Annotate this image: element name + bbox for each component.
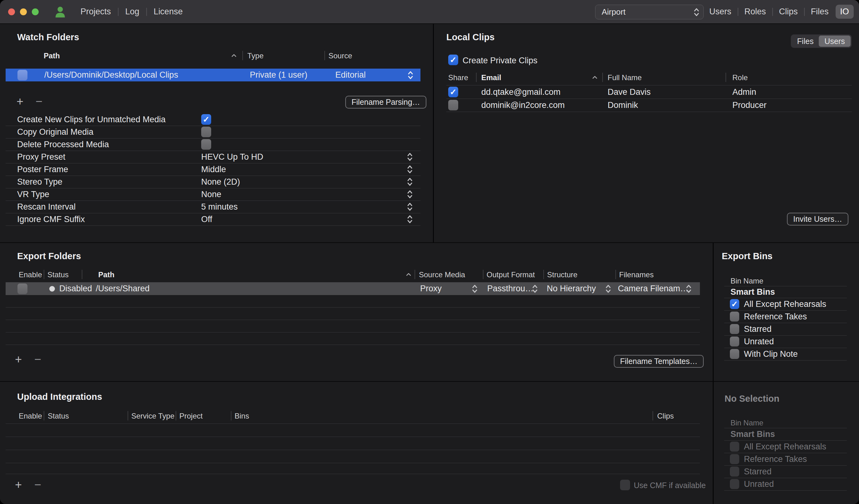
add-upload-integration-button[interactable]: + [15,480,22,489]
upload-column-project[interactable]: Project [179,412,203,421]
column-separator[interactable] [415,270,415,279]
local-column-role[interactable]: Role [732,73,748,82]
column-separator[interactable] [44,411,44,421]
tab-files[interactable]: Files [810,7,830,17]
invite-users-button[interactable]: Invite Users… [787,213,848,226]
stepper-icon[interactable] [407,214,413,224]
column-separator[interactable] [725,73,726,82]
bin-checkbox[interactable] [730,337,739,347]
column-separator[interactable] [476,73,477,82]
segment-users[interactable]: Users [819,35,850,47]
bin-checkbox[interactable] [730,349,739,359]
filename-parsing-button[interactable]: Filename Parsing… [345,96,426,108]
setting-row: VR Type None [5,188,420,201]
rescan-interval-value: 5 minutes [201,200,238,213]
column-separator[interactable] [652,411,653,421]
column-separator[interactable] [325,51,325,60]
stepper-icon[interactable] [532,284,538,294]
upload-column-enable[interactable]: Enable [19,412,42,421]
source-stepper-icon[interactable] [407,70,413,80]
stepper-icon[interactable] [407,189,413,199]
stepper-icon[interactable] [407,202,413,212]
horizontal-pane-divider[interactable] [0,242,859,243]
stepper-icon[interactable] [407,177,413,187]
fullscreen-window-button[interactable] [32,9,39,15]
stepper-icon[interactable] [605,284,611,294]
user-row[interactable]: dominik@in2core.com Dominik Producer [446,98,852,112]
tab-roles[interactable]: Roles [743,7,767,17]
user-row[interactable]: dd.qtake@gmail.com Dave Davis Admin [446,86,852,99]
tab-users[interactable]: Users [708,7,733,17]
vertical-pane-divider[interactable] [713,243,714,504]
column-separator[interactable] [231,411,231,421]
row-separator [5,463,700,463]
export-column-status[interactable]: Status [47,270,69,279]
menu-projects[interactable]: Projects [79,7,113,17]
stepper-icon[interactable] [685,284,692,294]
share-checkbox[interactable] [448,100,458,110]
export-column-structure[interactable]: Structure [547,270,577,279]
menu-license[interactable]: License [152,7,185,17]
minimize-window-button[interactable] [20,9,27,15]
export-folder-row[interactable]: Disabled /Users/Shared Proxy Passthrou… … [5,282,700,295]
remove-export-folder-button[interactable]: − [34,355,41,364]
user-icon [55,6,65,19]
close-window-button[interactable] [8,9,15,15]
export-column-enable[interactable]: Enable [19,270,42,279]
upload-column-clips[interactable]: Clips [657,412,674,421]
use-cmf-checkbox[interactable] [620,480,630,490]
share-checkbox[interactable] [448,87,458,97]
export-column-source-media[interactable]: Source Media [419,270,465,279]
segment-files[interactable]: Files [792,35,819,47]
column-separator[interactable] [615,270,616,279]
upload-column-bins[interactable]: Bins [235,412,249,421]
delete-processed-media-checkbox[interactable] [201,139,211,150]
horizontal-pane-divider[interactable] [0,381,859,382]
column-separator[interactable] [176,411,176,421]
vertical-pane-divider[interactable] [433,24,434,242]
column-separator[interactable] [127,411,128,421]
stepper-icon[interactable] [407,164,413,174]
column-separator[interactable] [543,270,544,279]
upload-integrations-pane: Upload Integrations Enable Status Servic… [0,382,713,504]
column-separator[interactable] [44,270,44,279]
bin-checkbox[interactable] [730,324,739,334]
export-enable-checkbox[interactable] [17,284,28,294]
export-column-output-format[interactable]: Output Format [486,270,535,279]
column-separator[interactable] [82,270,82,279]
row-separator [5,320,700,320]
create-new-clips-checkbox[interactable] [201,114,211,125]
watch-column-path[interactable]: Path [44,51,60,60]
local-column-fullname[interactable]: Full Name [607,73,642,82]
column-separator[interactable] [242,51,243,60]
stepper-icon[interactable] [472,284,478,294]
remove-watch-folder-button[interactable]: − [35,97,42,106]
tab-clips[interactable]: Clips [778,7,799,17]
export-column-path[interactable]: Path [98,270,115,279]
copy-original-media-checkbox[interactable] [201,127,211,137]
smart-bins-group-label: Smart Bins [730,286,775,298]
column-separator[interactable] [602,73,603,82]
bin-checkbox[interactable] [730,299,739,309]
filename-templates-button[interactable]: Filename Templates… [614,355,704,368]
local-column-share[interactable]: Share [448,73,468,82]
add-export-folder-button[interactable]: + [15,355,22,364]
export-column-filenames[interactable]: Filenames [619,270,654,279]
bins-column-bin-name[interactable]: Bin Name [730,277,763,285]
project-select[interactable]: Airport [595,5,704,19]
watch-column-type[interactable]: Type [247,51,263,60]
bin-checkbox[interactable] [730,311,739,322]
column-separator[interactable] [483,270,483,279]
remove-upload-integration-button[interactable]: − [34,480,41,489]
watch-folder-row[interactable]: /Users/Dominik/Desktop/Local Clips Priva… [5,68,420,81]
menu-log[interactable]: Log [123,7,141,17]
stepper-icon[interactable] [407,152,413,162]
local-column-email[interactable]: Email [481,73,501,82]
upload-column-status[interactable]: Status [48,412,69,421]
watch-column-source[interactable]: Source [329,51,352,60]
tab-io-active[interactable]: IO [835,5,854,19]
watch-folder-enable-checkbox[interactable] [17,70,28,80]
create-private-clips-checkbox[interactable] [448,55,458,65]
add-watch-folder-button[interactable]: + [16,97,24,106]
upload-column-service-type[interactable]: Service Type [131,412,175,421]
